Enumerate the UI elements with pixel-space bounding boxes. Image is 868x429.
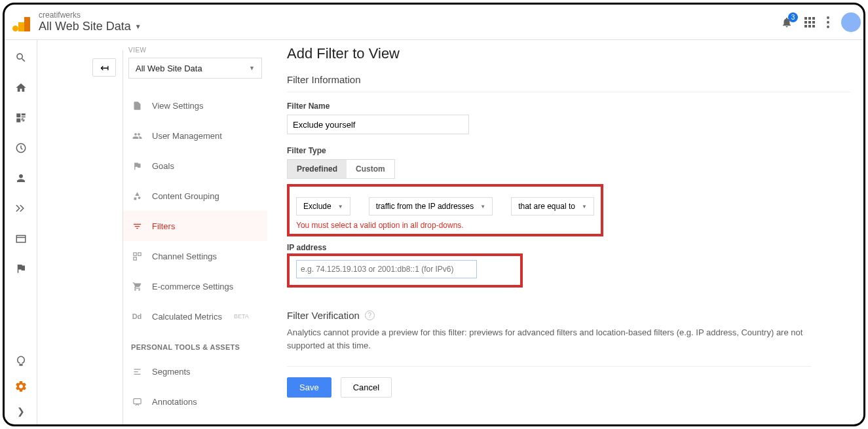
behavior-icon[interactable] [15, 233, 27, 244]
user-avatar[interactable] [841, 12, 861, 32]
tab-predefined[interactable]: Predefined [288, 160, 347, 178]
filter-verification-text: Analytics cannot provide a preview for t… [287, 326, 811, 352]
discover-icon[interactable] [15, 355, 27, 367]
dropdown-error: You must select a valid option in all dr… [296, 221, 594, 230]
nav-view-settings[interactable]: View Settings [123, 90, 267, 121]
tab-custom[interactable]: Custom [347, 160, 394, 178]
metrics-icon: Dd [131, 312, 143, 320]
ip-address-label: IP address [287, 243, 850, 252]
notification-badge: 3 [788, 12, 798, 22]
caret-down-icon: ▼ [480, 204, 485, 210]
page-title: Add Filter to View [287, 45, 850, 62]
people-icon [131, 131, 143, 141]
segments-icon [131, 367, 143, 377]
nav-user-management[interactable]: User Management [123, 121, 267, 151]
svg-rect-2 [133, 252, 136, 255]
grouping-icon [131, 191, 143, 201]
svg-rect-4 [133, 257, 136, 259]
filter-icon [131, 221, 143, 231]
highlight-dropdowns: Exclude▼ traffic from the IP addresses▼ … [287, 184, 603, 236]
more-menu-icon[interactable] [827, 16, 829, 28]
cancel-button[interactable]: Cancel [341, 377, 392, 398]
nav-goals[interactable]: Goals [123, 151, 267, 181]
view-label: VIEW [128, 47, 267, 54]
exclude-dropdown[interactable]: Exclude▼ [296, 197, 350, 215]
caret-down-icon: ▼ [338, 204, 343, 210]
search-icon[interactable] [15, 52, 27, 64]
annotations-icon [131, 397, 143, 407]
cart-icon [131, 282, 143, 291]
filter-name-input[interactable] [287, 115, 469, 134]
highlight-ip [287, 253, 523, 288]
filter-name-label: Filter Name [287, 102, 850, 111]
svg-rect-3 [138, 252, 140, 255]
notifications-button[interactable]: 3 [781, 16, 793, 28]
filter-info-heading: Filter Information [287, 74, 850, 92]
nav-annotations[interactable]: Annotations [123, 386, 267, 417]
filter-type-label: Filter Type [287, 146, 850, 155]
nav-channel-settings[interactable]: Channel Settings [123, 241, 267, 271]
ip-address-input[interactable] [296, 260, 477, 278]
caret-down-icon: ▼ [582, 204, 587, 210]
app-header: creatifwerks All Web Site Data ▼ 3 [5, 5, 863, 40]
nav-segments[interactable]: Segments [123, 356, 267, 386]
personal-section-header: PERSONAL TOOLS & ASSETS [131, 343, 267, 351]
nav-filters[interactable]: Filters [123, 211, 267, 241]
back-button[interactable]: ↤ [92, 58, 116, 77]
view-name: All Web Site Data [39, 20, 131, 33]
left-rail: ❯ [5, 40, 37, 424]
expression-dropdown[interactable]: that are equal to▼ [511, 197, 594, 215]
apps-icon[interactable] [804, 17, 815, 28]
nav-ecommerce[interactable]: E-commerce Settings [123, 271, 267, 301]
home-icon[interactable] [15, 82, 27, 94]
realtime-icon[interactable] [15, 142, 27, 154]
svg-rect-1 [16, 236, 26, 243]
caret-down-icon: ▼ [135, 23, 142, 30]
source-dropdown[interactable]: traffic from the IP addresses▼ [369, 197, 493, 215]
account-name: creatifwerks [39, 10, 781, 20]
caret-down-icon: ▼ [249, 65, 255, 71]
flag-icon [131, 161, 143, 171]
admin-icon[interactable] [14, 380, 28, 393]
filter-type-tabs: Predefined Custom [287, 159, 395, 179]
beta-badge: BETA [234, 313, 249, 320]
divider [287, 366, 811, 367]
analytics-logo [12, 13, 31, 31]
save-button[interactable]: Save [287, 377, 331, 398]
acquisition-icon[interactable] [14, 202, 28, 214]
view-select[interactable]: All Web Site Data ▼ [128, 58, 262, 79]
channel-icon [131, 252, 143, 261]
nav-content-grouping[interactable]: Content Grouping [123, 181, 267, 211]
conversions-icon[interactable] [15, 263, 27, 274]
document-icon [131, 101, 143, 111]
customization-icon[interactable] [15, 112, 27, 124]
help-icon[interactable]: ? [365, 310, 375, 320]
view-switcher[interactable]: All Web Site Data ▼ [39, 20, 781, 33]
audience-icon[interactable] [15, 172, 27, 184]
settings-nav: VIEW All Web Site Data ▼ View Settings U… [123, 40, 267, 424]
expand-icon[interactable]: ❯ [17, 406, 25, 417]
nav-calculated-metrics[interactable]: DdCalculated MetricsBETA [123, 301, 267, 331]
main-panel: Add Filter to View Filter Information Fi… [267, 40, 863, 424]
filter-verification-heading: Filter Verification [287, 310, 360, 321]
svg-rect-5 [133, 398, 140, 403]
